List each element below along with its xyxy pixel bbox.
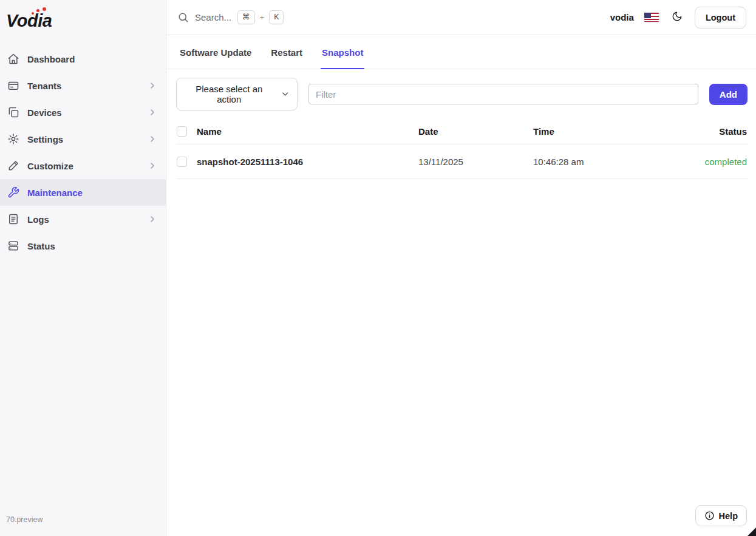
column-header-time: Time bbox=[533, 126, 719, 137]
sidebar-item-settings[interactable]: Settings bbox=[0, 126, 166, 152]
tab-snapshot[interactable]: Snapshot bbox=[321, 35, 364, 69]
sidebar-item-label: Tenants bbox=[27, 81, 140, 91]
action-select-value: Please select an action bbox=[184, 84, 274, 104]
topbar: Search... ⌘ + K vodia Logout bbox=[166, 0, 756, 35]
tab-software-update[interactable]: Software Update bbox=[179, 35, 253, 69]
column-header-date: Date bbox=[418, 126, 533, 137]
tabbar: Software Update Restart Snapshot bbox=[166, 35, 756, 69]
table-row[interactable]: snapshot-20251113-1046 13/11/2025 10:46:… bbox=[176, 144, 747, 179]
sidebar-menu: Dashboard Tenants Devices Settings Custo… bbox=[0, 46, 166, 259]
row-checkbox[interactable] bbox=[177, 157, 187, 167]
moon-icon bbox=[672, 11, 683, 24]
info-icon bbox=[704, 511, 715, 521]
snapshot-date-cell: 13/11/2025 bbox=[418, 157, 533, 167]
chevron-right-icon bbox=[148, 107, 157, 117]
wrench-icon bbox=[7, 186, 19, 198]
sidebar-item-logs[interactable]: Logs bbox=[0, 206, 166, 232]
snapshot-table: Name Date Time Status snapshot-20251113-… bbox=[176, 119, 747, 179]
sidebar-item-label: Settings bbox=[27, 134, 140, 144]
devices-icon bbox=[7, 106, 19, 118]
sidebar-item-label: Customize bbox=[27, 161, 140, 171]
status-badge: completed bbox=[705, 157, 747, 167]
snapshot-name-cell: snapshot-20251113-1046 bbox=[197, 157, 418, 167]
account-name[interactable]: vodia bbox=[610, 12, 634, 22]
topbar-right: vodia Logout bbox=[610, 7, 746, 29]
home-icon bbox=[7, 53, 19, 65]
resize-handle[interactable] bbox=[747, 528, 756, 536]
snapshot-panel: Please select an action Add Name Date Ti… bbox=[166, 69, 756, 536]
tab-restart[interactable]: Restart bbox=[270, 35, 304, 69]
controls-row: Please select an action Add bbox=[176, 78, 747, 110]
help-button[interactable]: Help bbox=[695, 505, 747, 526]
vodia-logo[interactable]: Vodia bbox=[0, 0, 166, 46]
sidebar-item-tenants[interactable]: Tenants bbox=[0, 72, 166, 99]
chevron-right-icon bbox=[148, 161, 157, 171]
sidebar-item-dashboard[interactable]: Dashboard bbox=[0, 46, 166, 72]
snapshot-time-cell: 10:46:28 am bbox=[533, 157, 705, 167]
sidebar-item-maintenance[interactable]: Maintenance bbox=[0, 179, 166, 206]
sidebar-item-label: Dashboard bbox=[27, 54, 157, 64]
sidebar-item-customize[interactable]: Customize bbox=[0, 152, 166, 179]
tenants-icon bbox=[7, 80, 19, 92]
table-header-row: Name Date Time Status bbox=[176, 119, 747, 144]
column-header-name: Name bbox=[197, 126, 418, 137]
customize-icon bbox=[7, 160, 19, 172]
chevron-right-icon bbox=[148, 134, 157, 144]
search-icon bbox=[177, 12, 189, 23]
dark-mode-toggle[interactable] bbox=[669, 10, 685, 25]
main-area: Search... ⌘ + K vodia Logout Software Up… bbox=[166, 0, 756, 536]
search-trigger[interactable]: Search... ⌘ + K bbox=[177, 10, 284, 24]
chevron-right-icon bbox=[148, 214, 157, 224]
sidebar-item-devices[interactable]: Devices bbox=[0, 99, 166, 126]
chevron-down-icon bbox=[281, 89, 290, 99]
filter-input[interactable] bbox=[308, 84, 698, 104]
kbd-plus-sign: + bbox=[260, 13, 265, 22]
search-placeholder-text: Search... bbox=[195, 12, 231, 22]
chevron-right-icon bbox=[148, 81, 157, 90]
column-header-status: Status bbox=[719, 126, 747, 137]
sidebar-item-status[interactable]: Status bbox=[0, 232, 166, 259]
sidebar-item-label: Status bbox=[27, 241, 157, 251]
version-label: 70.preview bbox=[6, 515, 43, 524]
add-button[interactable]: Add bbox=[709, 84, 747, 105]
status-icon bbox=[7, 240, 19, 252]
sidebar-item-label: Devices bbox=[27, 107, 140, 118]
action-select[interactable]: Please select an action bbox=[176, 78, 298, 110]
sidebar-item-label: Maintenance bbox=[27, 188, 157, 198]
logo-dots-decoration bbox=[32, 7, 47, 16]
sidebar: Vodia Dashboard Tenants Devices Settings bbox=[0, 0, 166, 536]
help-button-label: Help bbox=[719, 511, 738, 521]
kbd-k-key: K bbox=[269, 10, 284, 24]
gear-icon bbox=[7, 133, 19, 145]
kbd-cmd-key: ⌘ bbox=[237, 10, 255, 24]
us-flag-icon[interactable] bbox=[644, 12, 659, 22]
logout-button[interactable]: Logout bbox=[695, 7, 746, 29]
sidebar-item-label: Logs bbox=[27, 214, 140, 225]
logs-icon bbox=[7, 213, 19, 225]
select-all-checkbox[interactable] bbox=[177, 126, 187, 137]
app-window: Vodia Dashboard Tenants Devices Settings bbox=[0, 0, 756, 536]
